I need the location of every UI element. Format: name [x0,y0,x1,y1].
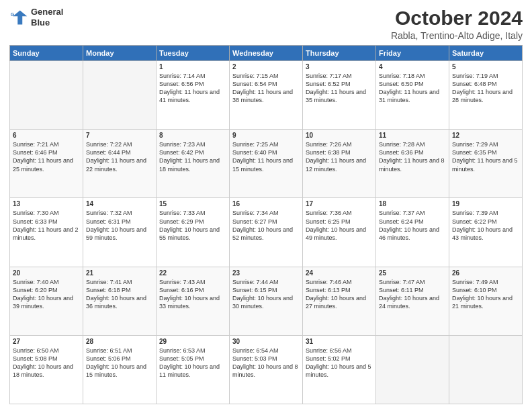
day-number: 8 [159,132,226,139]
calendar-cell [376,335,449,404]
day-number: 2 [232,63,300,71]
calendar-cell [449,335,523,404]
cell-content: Sunrise: 7:40 AM Sunset: 6:20 PM Dayligh… [13,278,80,311]
day-number: 15 [159,200,226,208]
calendar-cell: 10Sunrise: 7:26 AM Sunset: 6:38 PM Dayli… [303,130,376,198]
calendar-week-row: 20Sunrise: 7:40 AM Sunset: 6:20 PM Dayli… [10,267,523,335]
cell-content: Sunrise: 7:32 AM Sunset: 6:31 PM Dayligh… [86,209,153,242]
day-number: 1 [159,63,226,71]
calendar-cell: 19Sunrise: 7:39 AM Sunset: 6:22 PM Dayli… [449,198,523,267]
day-number: 30 [232,338,300,345]
calendar-header-cell: Tuesday [157,46,230,61]
header: G General Blue October 2024 Rabla, Trent… [9,7,523,41]
cell-content: Sunrise: 7:36 AM Sunset: 6:25 PM Dayligh… [306,209,373,242]
calendar-cell: 6Sunrise: 7:21 AM Sunset: 6:46 PM Daylig… [10,130,83,198]
calendar-week-row: 6Sunrise: 7:21 AM Sunset: 6:46 PM Daylig… [10,130,523,198]
calendar-header-cell: Wednesday [230,46,303,61]
cell-content: Sunrise: 6:56 AM Sunset: 5:02 PM Dayligh… [306,347,373,379]
calendar-cell: 7Sunrise: 7:22 AM Sunset: 6:44 PM Daylig… [83,130,157,198]
day-number: 11 [379,132,446,139]
cell-content: Sunrise: 7:25 AM Sunset: 6:40 PM Dayligh… [232,140,300,173]
cell-content: Sunrise: 7:39 AM Sunset: 6:22 PM Dayligh… [452,209,519,242]
cell-content: Sunrise: 6:51 AM Sunset: 5:06 PM Dayligh… [86,347,153,379]
cell-content: Sunrise: 7:19 AM Sunset: 6:48 PM Dayligh… [452,72,519,105]
calendar-week-row: 27Sunrise: 6:50 AM Sunset: 5:08 PM Dayli… [10,335,523,404]
day-number: 27 [13,338,80,345]
day-number: 6 [13,132,80,139]
cell-content: Sunrise: 7:47 AM Sunset: 6:11 PM Dayligh… [379,278,446,311]
calendar-cell: 27Sunrise: 6:50 AM Sunset: 5:08 PM Dayli… [10,335,83,404]
calendar-cell [83,61,157,130]
calendar-cell: 1Sunrise: 7:14 AM Sunset: 6:56 PM Daylig… [157,61,230,130]
day-number: 26 [452,269,519,277]
calendar-cell: 15Sunrise: 7:33 AM Sunset: 6:29 PM Dayli… [157,198,230,267]
calendar-header-cell: Monday [83,46,157,61]
day-number: 29 [159,338,226,345]
cell-content: Sunrise: 7:26 AM Sunset: 6:38 PM Dayligh… [306,140,373,173]
calendar-cell: 18Sunrise: 7:37 AM Sunset: 6:24 PM Dayli… [376,198,449,267]
cell-content: Sunrise: 7:14 AM Sunset: 6:56 PM Dayligh… [159,72,226,105]
location-title: Rabla, Trentino-Alto Adige, Italy [391,30,523,41]
day-number: 13 [13,200,80,208]
calendar-cell: 30Sunrise: 6:54 AM Sunset: 5:03 PM Dayli… [230,335,303,404]
calendar-cell: 4Sunrise: 7:18 AM Sunset: 6:50 PM Daylig… [376,61,449,130]
day-number: 9 [232,132,300,139]
day-number: 3 [306,63,373,71]
cell-content: Sunrise: 6:50 AM Sunset: 5:08 PM Dayligh… [13,347,80,379]
page: G General Blue October 2024 Rabla, Trent… [0,0,532,411]
title-block: October 2024 Rabla, Trentino-Alto Adige,… [391,7,523,41]
calendar-header-cell: Saturday [449,46,523,61]
calendar-table: SundayMondayTuesdayWednesdayThursdayFrid… [9,45,523,404]
day-number: 5 [452,63,519,71]
cell-content: Sunrise: 7:17 AM Sunset: 6:52 PM Dayligh… [306,72,373,105]
day-number: 28 [86,338,153,345]
day-number: 10 [306,132,373,139]
calendar-cell: 25Sunrise: 7:47 AM Sunset: 6:11 PM Dayli… [376,267,449,335]
cell-content: Sunrise: 7:34 AM Sunset: 6:27 PM Dayligh… [232,209,300,242]
calendar-cell: 26Sunrise: 7:49 AM Sunset: 6:10 PM Dayli… [449,267,523,335]
cell-content: Sunrise: 7:23 AM Sunset: 6:42 PM Dayligh… [159,140,226,173]
day-number: 22 [159,269,226,277]
calendar-header-row: SundayMondayTuesdayWednesdayThursdayFrid… [10,46,523,61]
logo-text: General Blue [31,7,63,28]
calendar-cell: 28Sunrise: 6:51 AM Sunset: 5:06 PM Dayli… [83,335,157,404]
day-number: 23 [232,269,300,277]
calendar-cell: 21Sunrise: 7:41 AM Sunset: 6:18 PM Dayli… [83,267,157,335]
day-number: 24 [306,269,373,277]
cell-content: Sunrise: 7:30 AM Sunset: 6:33 PM Dayligh… [13,209,80,242]
cell-content: Sunrise: 7:43 AM Sunset: 6:16 PM Dayligh… [159,278,226,311]
day-number: 17 [306,200,373,208]
calendar-cell [10,61,83,130]
logo: G General Blue [9,7,63,28]
cell-content: Sunrise: 7:29 AM Sunset: 6:35 PM Dayligh… [452,140,519,173]
calendar-header-cell: Sunday [10,46,83,61]
cell-content: Sunrise: 6:53 AM Sunset: 5:05 PM Dayligh… [159,347,226,379]
calendar-cell: 24Sunrise: 7:46 AM Sunset: 6:13 PM Dayli… [303,267,376,335]
calendar-cell: 16Sunrise: 7:34 AM Sunset: 6:27 PM Dayli… [230,198,303,267]
calendar-week-row: 1Sunrise: 7:14 AM Sunset: 6:56 PM Daylig… [10,61,523,130]
calendar-cell: 29Sunrise: 6:53 AM Sunset: 5:05 PM Dayli… [157,335,230,404]
calendar-cell: 13Sunrise: 7:30 AM Sunset: 6:33 PM Dayli… [10,198,83,267]
day-number: 31 [306,338,373,345]
calendar-header-cell: Friday [376,46,449,61]
day-number: 16 [232,200,300,208]
logo-icon: G [9,8,28,27]
calendar-cell: 17Sunrise: 7:36 AM Sunset: 6:25 PM Dayli… [303,198,376,267]
calendar-week-row: 13Sunrise: 7:30 AM Sunset: 6:33 PM Dayli… [10,198,523,267]
cell-content: Sunrise: 7:33 AM Sunset: 6:29 PM Dayligh… [159,209,226,242]
svg-text:G: G [11,12,15,17]
calendar-cell: 2Sunrise: 7:15 AM Sunset: 6:54 PM Daylig… [230,61,303,130]
month-title: October 2024 [391,7,523,29]
cell-content: Sunrise: 7:21 AM Sunset: 6:46 PM Dayligh… [13,140,80,173]
cell-content: Sunrise: 7:28 AM Sunset: 6:36 PM Dayligh… [379,140,446,173]
day-number: 19 [452,200,519,208]
cell-content: Sunrise: 7:22 AM Sunset: 6:44 PM Dayligh… [86,140,153,173]
calendar-cell: 22Sunrise: 7:43 AM Sunset: 6:16 PM Dayli… [157,267,230,335]
day-number: 21 [86,269,153,277]
day-number: 20 [13,269,80,277]
calendar-cell: 23Sunrise: 7:44 AM Sunset: 6:15 PM Dayli… [230,267,303,335]
calendar-cell: 20Sunrise: 7:40 AM Sunset: 6:20 PM Dayli… [10,267,83,335]
day-number: 4 [379,63,446,71]
calendar-body: 1Sunrise: 7:14 AM Sunset: 6:56 PM Daylig… [10,61,523,404]
calendar-cell: 9Sunrise: 7:25 AM Sunset: 6:40 PM Daylig… [230,130,303,198]
